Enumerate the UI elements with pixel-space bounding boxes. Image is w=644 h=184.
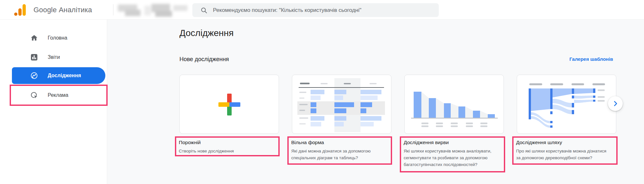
card-title[interactable]: Дослідження шляху: [516, 140, 614, 145]
template-card-blank[interactable]: [179, 75, 279, 134]
search-placeholder: Рекомендуємо пошукати: "Кількість корист…: [213, 7, 361, 14]
blank-plus-thumbnail: [180, 75, 279, 134]
card-label-free-form: Вільна форма Які дані можна дізнатися за…: [287, 136, 392, 165]
path-tree-thumbnail: [517, 75, 616, 134]
template-card-funnel[interactable]: [404, 75, 504, 134]
ads-icon: [30, 91, 38, 99]
redacted-property-name[interactable]: [117, 3, 189, 17]
free-form-table-thumbnail: [292, 75, 391, 134]
sidebar-item-label: Головна: [48, 35, 67, 41]
reports-icon: [30, 53, 38, 61]
explore-icon: [30, 72, 38, 79]
header-divider: [113, 4, 113, 15]
template-card-free-form[interactable]: [292, 75, 391, 134]
google-analytics-logo-icon[interactable]: [14, 4, 26, 16]
redacted-block: [155, 11, 172, 17]
section-title: Нове дослідження: [179, 56, 229, 63]
logo-bar-medium: [18, 8, 22, 16]
sidebar-item-label: Звіти: [48, 54, 60, 60]
card-title[interactable]: Порожній: [179, 140, 276, 145]
sidebar-item-home[interactable]: Головна: [0, 30, 107, 46]
card-description: Про які шляхи користувачів можна дізнати…: [516, 148, 611, 161]
card-description: Які шляхи користувачів можна аналізувати…: [404, 148, 499, 168]
template-card-path[interactable]: [517, 75, 616, 134]
top-header: Google Аналітика Рекомендуємо пошукати: …: [0, 0, 644, 20]
chevron-right-icon: [611, 100, 619, 107]
sidebar-item-reports[interactable]: Звіти: [0, 49, 107, 66]
search-input[interactable]: Рекомендуємо пошукати: "Кількість корист…: [192, 3, 439, 17]
search-icon: [200, 7, 207, 14]
template-gallery-link[interactable]: Галерея шаблонів: [565, 56, 613, 62]
home-icon: [30, 34, 38, 42]
card-label-funnel: Дослідження вирви Які шляхи користувачів…: [400, 136, 505, 172]
sidebar-item-label: Дослідження: [48, 73, 81, 78]
redacted-block: [173, 5, 187, 11]
card-title[interactable]: Вільна форма: [291, 140, 388, 145]
card-label-path: Дослідження шляху Про які шляхи користув…: [512, 136, 618, 165]
carousel-next-button[interactable]: [608, 96, 623, 111]
logo-bar-tall: [23, 4, 26, 16]
left-navigation-sidebar: Головна Звіти: [0, 20, 107, 184]
card-title[interactable]: Дослідження вирви: [404, 140, 501, 145]
card-description: Які дані можна дізнатися за допомогою сп…: [291, 148, 387, 161]
app-title: Google Аналітика: [34, 0, 92, 20]
sidebar-item-ads[interactable]: Реклама: [0, 87, 107, 104]
card-description: Створіть нове дослідження: [179, 148, 274, 154]
sidebar-item-explore-selected[interactable]: Дослідження: [12, 67, 105, 84]
redacted-block: [144, 6, 151, 15]
page-title: Дослідження: [179, 28, 234, 38]
main-content: Дослідження Нове дослідження Галерея шаб…: [108, 20, 644, 184]
card-label-blank: Порожній Створіть нове дослідження: [175, 136, 280, 156]
logo-dot: [14, 13, 17, 16]
sidebar-item-label: Реклама: [48, 92, 68, 98]
funnel-chart-thumbnail: [405, 75, 504, 134]
redacted-block: [125, 10, 140, 16]
google-analytics-app: Google Аналітика Рекомендуємо пошукати: …: [0, 0, 644, 184]
